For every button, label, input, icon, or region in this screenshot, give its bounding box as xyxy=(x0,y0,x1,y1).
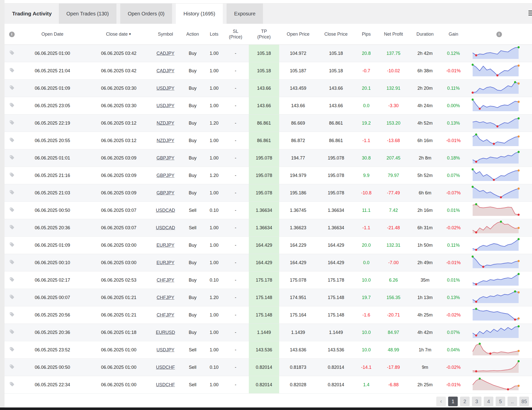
open-price-cell: 1.36623 xyxy=(279,219,317,237)
symbol-link[interactable]: EURUSD xyxy=(156,330,175,335)
tag-icon[interactable] xyxy=(9,224,15,230)
symbol-link[interactable]: USDJPY xyxy=(156,347,174,352)
tag-icon[interactable] xyxy=(9,137,15,143)
tag-icon[interactable] xyxy=(9,311,15,317)
symbol-link[interactable]: USDJPY xyxy=(156,86,174,91)
tag-icon[interactable] xyxy=(9,277,15,283)
tag-cell xyxy=(5,376,19,394)
net-profit-cell: 132.91 xyxy=(378,80,409,97)
sl-price-cell: - xyxy=(222,132,249,149)
close-price-cell: 0.82014 xyxy=(317,359,355,376)
symbol-link[interactable]: USDCAD xyxy=(156,225,175,230)
pagination-page-1[interactable]: 1 xyxy=(448,397,458,406)
info-icon[interactable]: i xyxy=(9,32,15,37)
tag-icon[interactable] xyxy=(9,102,15,108)
header-action[interactable]: Action xyxy=(179,24,206,45)
header-open-date[interactable]: Open Date xyxy=(19,24,86,45)
tab-trading-activity[interactable]: Trading Activity xyxy=(5,4,59,24)
duration-cell: 6h 6m xyxy=(409,184,441,202)
pagination-page-3[interactable]: 3 xyxy=(472,397,481,406)
symbol-link[interactable]: CHFJPY xyxy=(157,295,174,300)
open-price-cell: 164.229 xyxy=(279,237,317,254)
chart-cell xyxy=(466,306,532,324)
pagination-page-..[interactable]: .. xyxy=(507,397,517,406)
tag-icon[interactable] xyxy=(9,381,15,387)
header-duration[interactable]: Duration xyxy=(409,24,441,45)
symbol-link[interactable]: USDCHF xyxy=(156,382,175,387)
open-date-cell: 06.06.2025 01:09 xyxy=(19,237,86,254)
header-symbol[interactable]: Symbol xyxy=(152,24,179,45)
tag-icon[interactable] xyxy=(9,85,15,91)
tag-icon[interactable] xyxy=(9,50,15,56)
trade-sparkline xyxy=(472,98,520,112)
tag-icon[interactable] xyxy=(9,364,15,370)
tag-cell xyxy=(5,359,19,376)
tag-icon[interactable] xyxy=(9,346,15,352)
symbol-link[interactable]: USDJPY xyxy=(156,103,174,108)
header-close-price[interactable]: Close Price xyxy=(317,24,355,45)
header-lots[interactable]: Lots xyxy=(206,24,222,45)
pips-cell: -0.7 xyxy=(355,62,378,80)
tag-icon[interactable] xyxy=(9,207,15,213)
header-gain[interactable]: Gain xyxy=(441,24,466,45)
tag-icon[interactable] xyxy=(9,294,15,300)
table-body: 06.06.2025 01:0006.06.2025 03:42CADJPYBu… xyxy=(5,45,532,394)
close-price-cell: 105.18 xyxy=(317,62,355,80)
pips-cell: 10.0 xyxy=(355,271,378,289)
tag-icon[interactable] xyxy=(9,120,15,126)
tab-exposure[interactable]: Exposure xyxy=(227,4,263,24)
symbol-link[interactable]: GBPJPY xyxy=(156,155,174,161)
open-price-cell: 174.951 xyxy=(279,289,317,306)
duration-cell: 2h 49m xyxy=(409,254,441,271)
tag-icon[interactable] xyxy=(9,67,15,73)
table-row: 06.06.2025 01:0106.06.2025 03:09GBPJPYBu… xyxy=(5,149,532,167)
tag-icon[interactable] xyxy=(9,329,15,335)
symbol-link[interactable]: EURJPY xyxy=(156,243,174,248)
symbol-link[interactable]: CHFJPY xyxy=(157,278,174,283)
tag-icon[interactable] xyxy=(9,172,15,178)
tab-open-orders[interactable]: Open Orders (0) xyxy=(120,4,172,24)
pagination-page-2[interactable]: 2 xyxy=(460,397,470,406)
tab-open-trades[interactable]: Open Trades (130) xyxy=(59,4,116,24)
header-tp-price[interactable]: TP(Price) xyxy=(249,24,279,45)
gain-cell: 0.11% xyxy=(441,237,466,254)
symbol-link[interactable]: NZDJPY xyxy=(157,121,174,126)
header-close-date[interactable]: Close date▼ xyxy=(86,24,152,45)
header-pips[interactable]: Pips xyxy=(355,24,378,45)
tag-icon[interactable] xyxy=(9,154,15,161)
open-price-cell: 175.164 xyxy=(279,306,317,324)
chart-cell xyxy=(466,45,532,62)
symbol-link[interactable]: USDCHF xyxy=(156,365,175,370)
header-open-price[interactable]: Open Price xyxy=(279,24,317,45)
tp-price-cell: 1.1449 xyxy=(249,324,279,341)
table-row: 06.06.2025 00:1006.06.2025 03:00EURJPYBu… xyxy=(5,254,532,271)
symbol-link[interactable]: CHFJPY xyxy=(157,312,174,317)
symbol-cell: USDCHF xyxy=(152,376,179,394)
tag-icon[interactable] xyxy=(9,242,15,248)
pagination-page-4[interactable]: 4 xyxy=(484,397,493,406)
pagination-prev-button[interactable]: ‹ xyxy=(436,397,446,406)
pagination-page-85[interactable]: 85 xyxy=(519,397,529,406)
lots-cell: 0.10 xyxy=(206,271,222,289)
open-price-cell: 0.82028 xyxy=(279,376,317,394)
menu-hamburger-icon[interactable] xyxy=(528,11,532,17)
symbol-link[interactable]: CADJPY xyxy=(156,51,174,56)
symbol-link[interactable]: NZDJPY xyxy=(157,138,174,143)
duration-cell: 2h 20m xyxy=(409,80,441,97)
tag-icon[interactable] xyxy=(9,259,15,265)
tag-cell xyxy=(5,149,19,167)
symbol-link[interactable]: GBPJPY xyxy=(156,173,174,178)
tab-history[interactable]: History (1695) xyxy=(176,4,223,24)
symbol-link[interactable]: GBPJPY xyxy=(156,190,174,195)
header-sl-price[interactable]: SL(Price) xyxy=(222,24,249,45)
pagination-page-5[interactable]: 5 xyxy=(496,397,505,406)
symbol-link[interactable]: CADJPY xyxy=(156,68,174,73)
symbol-link[interactable]: EURJPY xyxy=(156,260,174,265)
header-net-profit[interactable]: Net Profit xyxy=(378,24,409,45)
info-icon[interactable]: i xyxy=(496,32,502,37)
tag-icon[interactable] xyxy=(9,189,15,195)
close-date-cell: 06.06.2025 02:53 xyxy=(86,271,152,289)
symbol-link[interactable]: USDCAD xyxy=(156,208,175,213)
gain-cell: -0.02% xyxy=(441,306,466,324)
sl-price-cell: - xyxy=(222,254,249,271)
